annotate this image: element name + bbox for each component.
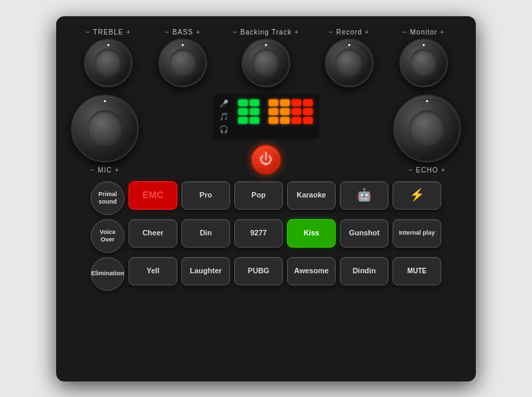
vu-led — [238, 117, 248, 124]
center-panel: 🎤 🎵 🎧 — [144, 94, 388, 174]
vu-led — [292, 108, 301, 115]
echo-knob[interactable] — [393, 95, 461, 162]
vu-led — [250, 117, 259, 124]
treble-knob-group: − TREBLE + — [84, 28, 133, 87]
treble-knob[interactable] — [84, 39, 133, 87]
vu-col-1 — [238, 99, 248, 124]
vu-led — [238, 108, 248, 115]
awesome-button[interactable]: Awesome — [287, 257, 336, 285]
middle-row: − MIC + 🎤 🎵 🎧 — [71, 94, 461, 174]
vu-icons: 🎤 🎵 🎧 — [219, 99, 229, 134]
echo-knob-group: − ECHO + — [393, 95, 461, 174]
mic-label: − MIC + — [90, 166, 119, 174]
vu-led — [303, 117, 313, 124]
vu-led — [269, 99, 278, 106]
vu-col-5 — [292, 99, 301, 124]
vu-led — [292, 99, 301, 106]
buttons-row-1: Primal sound EMC Pro Pop Karaoke 🤖 ⚡ — [71, 181, 461, 215]
monitor-knob[interactable] — [399, 39, 448, 87]
bass-label: − BASS + — [165, 28, 200, 36]
vu-col-4 — [280, 99, 290, 124]
treble-text: TREBLE — [93, 28, 124, 36]
vu-led — [280, 108, 290, 115]
buttons-section: Primal sound EMC Pro Pop Karaoke 🤖 ⚡ Voi… — [71, 181, 461, 291]
pro-button[interactable]: Pro — [181, 181, 230, 210]
robot-button[interactable]: 🤖 — [340, 181, 389, 210]
monitor-knob-group: − Monitor + — [399, 28, 448, 87]
vu-led — [238, 99, 248, 106]
yell-button[interactable]: Yell — [129, 257, 177, 285]
vu-led — [250, 108, 259, 115]
vu-col-2 — [250, 99, 259, 124]
backing-track-label: − Backing Track + — [233, 28, 299, 36]
backing-track-knob[interactable] — [242, 39, 290, 87]
record-knob[interactable] — [325, 39, 374, 87]
emc-button[interactable]: EMC — [129, 181, 177, 210]
vu-col-6 — [303, 99, 313, 124]
record-text: Record — [336, 28, 362, 36]
buttons-row-3: Elimination Yell Laughter PUBG Awesome D… — [71, 257, 461, 291]
top-knobs-row: − TREBLE + − BASS + − Backing Track — [71, 28, 461, 87]
laughter-button[interactable]: Laughter — [181, 257, 230, 285]
mic-knob[interactable] — [71, 95, 139, 162]
bass-text: BASS — [173, 28, 194, 36]
primal-sound-button[interactable]: Primal sound — [91, 181, 125, 215]
record-label: − Record + — [329, 28, 370, 36]
dindin-button[interactable]: Dindin — [340, 257, 389, 285]
din-button[interactable]: Din — [181, 219, 230, 248]
vu-green-columns — [238, 99, 259, 124]
vu-led — [269, 117, 278, 124]
bass-knob[interactable] — [158, 39, 207, 87]
sound-card-device: − TREBLE + − BASS + − Backing Track — [56, 16, 476, 381]
mic-knob-group: − MIC + — [71, 95, 139, 174]
vu-meter: 🎤 🎵 🎧 — [213, 94, 319, 139]
buttons-row-2: Voice Over Cheer Din 9277 Kiss Gunshot I… — [71, 219, 461, 253]
vu-led — [280, 99, 290, 106]
bass-knob-group: − BASS + — [158, 28, 207, 87]
treble-minus: − — [86, 28, 91, 36]
vu-led — [250, 99, 259, 106]
kiss-button[interactable]: Kiss — [287, 219, 336, 248]
karaoke-button[interactable]: Karaoke — [287, 181, 336, 210]
voice-over-button[interactable]: Voice Over — [91, 219, 125, 253]
vu-led — [269, 108, 278, 115]
elimination-button[interactable]: Elimination — [91, 257, 125, 291]
vu-led — [303, 99, 313, 106]
treble-plus: + — [127, 28, 131, 36]
vu-orange-columns — [269, 99, 313, 124]
vu-led — [280, 117, 290, 124]
cheer-button[interactable]: Cheer — [129, 219, 177, 248]
echo-text: ECHO — [416, 166, 439, 174]
pubg-button[interactable]: PUBG — [234, 257, 283, 285]
gunshot-button[interactable]: Gunshot — [340, 219, 389, 248]
mic-text: MIC — [97, 166, 112, 174]
music-icon: 🎵 — [219, 112, 229, 121]
mic-icon: 🎤 — [219, 99, 229, 108]
mute-button[interactable]: MUTE — [393, 257, 441, 285]
record-knob-group: − Record + — [325, 28, 374, 87]
monitor-text: Monitor — [410, 28, 437, 36]
headphone-icon: 🎧 — [219, 125, 229, 134]
monitor-label: − Monitor + — [403, 28, 445, 36]
power-button[interactable]: ⏻ — [251, 145, 281, 174]
vu-led — [303, 108, 313, 115]
lightning-button[interactable]: ⚡ — [393, 181, 441, 210]
backing-track-text: Backing Track — [240, 28, 292, 36]
9277-button[interactable]: 9277 — [234, 219, 283, 248]
echo-label: − ECHO + — [409, 166, 446, 174]
treble-label: − TREBLE + — [86, 28, 131, 36]
internal-play-button[interactable]: Internal play — [393, 219, 441, 248]
vu-col-3 — [269, 99, 278, 124]
backing-track-knob-group: − Backing Track + — [233, 28, 299, 87]
pop-button[interactable]: Pop — [234, 181, 283, 210]
vu-led — [292, 117, 301, 124]
